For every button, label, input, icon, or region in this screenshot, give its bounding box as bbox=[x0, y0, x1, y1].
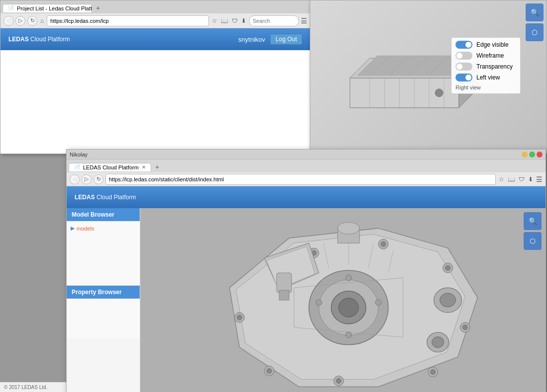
toolbar-icons: ☆ 📖 🛡 ⬇ bbox=[211, 16, 247, 25]
front-download-icon[interactable]: ⬇ bbox=[527, 175, 534, 184]
front-tab-favicon: 📄 bbox=[74, 164, 80, 170]
edge-visible-control: Edge visible bbox=[456, 41, 516, 49]
back-zoom-button[interactable]: 🔍 bbox=[526, 3, 544, 21]
svg-point-21 bbox=[435, 89, 443, 97]
back-header-user: snytnikov Log Out bbox=[238, 34, 302, 45]
svg-point-51 bbox=[338, 222, 360, 234]
back-browser-toolbar: ◁ ▷ ↻ ⌂ ☆ 📖 🛡 ⬇ ☰ bbox=[0, 13, 310, 28]
front-reload-button[interactable]: ↻ bbox=[93, 174, 103, 184]
model-browser-label: Model Browser bbox=[72, 211, 114, 218]
back-cube-button[interactable]: ⬡ bbox=[526, 23, 544, 41]
close-button[interactable] bbox=[537, 152, 543, 157]
svg-point-64 bbox=[316, 300, 322, 306]
front-3d-viewport: 🔍 ⬡ bbox=[140, 208, 546, 392]
front-zoom-button[interactable]: 🔍 bbox=[524, 212, 542, 230]
model-browser-header[interactable]: Model Browser bbox=[67, 208, 140, 221]
new-tab-button[interactable]: + bbox=[94, 4, 102, 12]
front-cube-button[interactable]: ⬡ bbox=[524, 232, 542, 250]
svg-point-55 bbox=[432, 337, 444, 348]
svg-point-36 bbox=[462, 325, 467, 330]
svg-rect-7 bbox=[350, 78, 459, 108]
back-viewer-toolbar: 🔍 ⬡ bbox=[526, 3, 544, 41]
back-browser-tab-active[interactable]: 📄 Project List - Ledas Cloud Platfo... ✕ bbox=[2, 4, 92, 12]
svg-line-20 bbox=[429, 56, 449, 76]
left-view-knob bbox=[465, 75, 471, 80]
browser-menu-icon[interactable]: ☰ bbox=[301, 17, 307, 25]
front-forward-button[interactable]: ▷ bbox=[82, 174, 91, 184]
wireframe-knob bbox=[456, 53, 462, 59]
front-browser-window: Nikolay 📄 LEDAS Cloud Platform ✕ + ◁ ▷ ↻… bbox=[66, 149, 546, 392]
front-new-tab-button[interactable]: + bbox=[153, 163, 161, 171]
property-browser-header[interactable]: Property Browser bbox=[67, 286, 140, 299]
models-expand-icon: ▶ bbox=[71, 225, 75, 232]
back-logout-button[interactable]: Log Out bbox=[270, 34, 302, 45]
svg-point-34 bbox=[445, 265, 450, 270]
wireframe-label: Wireframe bbox=[476, 52, 504, 59]
reader-icon[interactable]: 📖 bbox=[220, 16, 229, 25]
models-label: models bbox=[77, 226, 94, 232]
svg-point-42 bbox=[267, 369, 272, 374]
front-shield-icon[interactable]: 🛡 bbox=[518, 175, 526, 184]
left-view-label: Left view bbox=[476, 74, 500, 81]
left-view-toggle[interactable] bbox=[456, 74, 472, 81]
wireframe-control: Wireframe bbox=[456, 52, 516, 60]
maximize-button[interactable] bbox=[529, 152, 535, 157]
back-search-input[interactable] bbox=[249, 15, 299, 26]
svg-point-32 bbox=[381, 241, 386, 246]
front-back-button[interactable]: ◁ bbox=[70, 174, 80, 184]
back-ledas-logo: LEDAS Cloud Platform bbox=[8, 36, 70, 43]
bookmark-icon[interactable]: ☆ bbox=[211, 16, 218, 25]
front-browser-menu-icon[interactable]: ☰ bbox=[536, 175, 543, 183]
models-tree-item[interactable]: ▶ models bbox=[71, 225, 136, 232]
home-icon[interactable]: ⌂ bbox=[39, 16, 45, 25]
edge-visible-toggle[interactable] bbox=[456, 41, 472, 49]
svg-point-65 bbox=[375, 300, 381, 306]
front-3d-model-svg bbox=[140, 208, 546, 392]
front-browser-tabs: 📄 LEDAS Cloud Platform ✕ + bbox=[67, 159, 546, 172]
back-browser-tabs: 📄 Project List - Ledas Cloud Platfo... ✕… bbox=[0, 0, 310, 13]
right-view-label: Right view bbox=[456, 84, 481, 90]
front-tab-active[interactable]: 📄 LEDAS Cloud Platform ✕ bbox=[69, 163, 151, 171]
wireframe-toggle[interactable] bbox=[456, 52, 472, 60]
front-sidebar: Model Browser ▶ models Property Browser bbox=[67, 208, 140, 392]
back-button[interactable]: ◁ bbox=[3, 16, 13, 26]
front-titlebar-user: Nikolay bbox=[70, 152, 88, 157]
front-tab-title: LEDAS Cloud Platform bbox=[83, 164, 139, 170]
transparency-toggle[interactable] bbox=[456, 63, 472, 71]
forward-arrow-icon: ▷ bbox=[18, 17, 22, 24]
model-browser-content: ▶ models bbox=[67, 221, 140, 286]
front-toolbar-icons: ☆ 📖 🛡 ⬇ bbox=[498, 175, 534, 184]
download-icon[interactable]: ⬇ bbox=[240, 16, 247, 25]
transparency-control: Transparency bbox=[456, 63, 516, 71]
front-reader-icon[interactable]: 📖 bbox=[507, 175, 516, 184]
front-body: Model Browser ▶ models Property Browser bbox=[67, 208, 546, 392]
svg-point-44 bbox=[237, 315, 242, 320]
svg-line-17 bbox=[369, 56, 389, 76]
front-url-bar[interactable] bbox=[105, 174, 496, 185]
back-ledas-header: LEDAS Cloud Platform snytnikov Log Out bbox=[0, 28, 310, 50]
transparency-label: Transparency bbox=[476, 63, 513, 70]
right-view-control: Right view bbox=[456, 84, 516, 90]
forward-button[interactable]: ▷ bbox=[15, 16, 25, 26]
svg-point-28 bbox=[339, 298, 359, 317]
svg-point-67 bbox=[346, 332, 352, 338]
minimize-button[interactable] bbox=[522, 152, 528, 157]
url-bar[interactable] bbox=[47, 15, 209, 26]
front-bookmark-icon[interactable]: ☆ bbox=[498, 175, 505, 184]
svg-rect-48 bbox=[279, 290, 289, 300]
footer: © 2017 LEDAS Ltd. bbox=[0, 382, 66, 392]
svg-point-53 bbox=[440, 293, 456, 307]
back-arrow-icon: ◁ bbox=[6, 17, 10, 24]
front-titlebar: Nikolay bbox=[67, 150, 546, 159]
back-username: snytnikov bbox=[238, 36, 265, 43]
edge-visible-label: Edge visible bbox=[476, 41, 509, 48]
front-tab-close[interactable]: ✕ bbox=[142, 164, 146, 170]
front-viewer-toolbar: 🔍 ⬡ bbox=[524, 212, 542, 250]
shield-icon[interactable]: 🛡 bbox=[231, 16, 239, 25]
copyright-text: © 2017 LEDAS Ltd. bbox=[4, 385, 47, 390]
svg-line-18 bbox=[389, 56, 409, 76]
back-viewer-controls: Edge visible Wireframe Transparency Left… bbox=[451, 37, 521, 94]
window-controls bbox=[522, 152, 543, 157]
reload-icon: ↻ bbox=[30, 17, 35, 24]
reload-button[interactable]: ↻ bbox=[27, 16, 37, 26]
